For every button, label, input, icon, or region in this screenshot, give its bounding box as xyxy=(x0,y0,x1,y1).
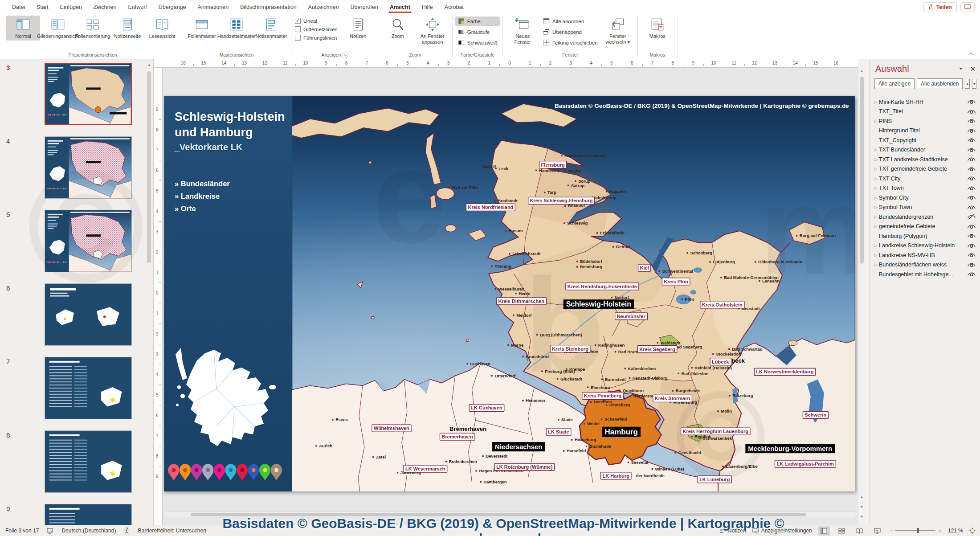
accessibility-status[interactable]: Barrierefreiheit: Untersuchen xyxy=(138,528,206,534)
vertical-scrollbar[interactable]: ▲ ▲ ▼ ▼ xyxy=(858,68,865,525)
slide-thumbnail-4[interactable] xyxy=(45,136,132,199)
slide-thumbnail-8[interactable] xyxy=(45,430,132,493)
ribbon-button-graustufe[interactable]: Graustufe xyxy=(455,27,500,37)
visibility-eye-off-icon[interactable] xyxy=(965,214,978,220)
scrollbar-thumb[interactable] xyxy=(860,77,864,264)
menu-tab-bildschirmpräsentation[interactable]: Bildschirmpräsentation xyxy=(234,0,302,14)
ribbon-button--berlappend[interactable]: Überlappend xyxy=(540,27,600,37)
expand-icon[interactable]: ▷ xyxy=(873,147,879,152)
ribbon-button-notizen[interactable]: Notizen xyxy=(341,16,375,41)
layer-item-txt-titel[interactable]: TXT_Titel xyxy=(873,107,978,117)
visibility-eye-icon[interactable] xyxy=(965,128,978,134)
menu-tab-hilfe[interactable]: Hilfe xyxy=(416,0,439,14)
scroll-down-icon[interactable]: ▼ xyxy=(859,513,865,520)
next-slide-button[interactable]: ▼ xyxy=(859,503,865,510)
menu-tab-überprüfen[interactable]: Überprüfen xyxy=(344,0,384,14)
move-up-icon[interactable]: ▲ xyxy=(965,79,969,89)
ribbon-button-leseansicht[interactable]: Leseansicht xyxy=(145,16,179,41)
menu-tab-ansicht[interactable]: Ansicht xyxy=(384,0,416,14)
expand-icon[interactable]: ▷ xyxy=(873,215,879,219)
slide-sorter-view-button[interactable] xyxy=(836,526,848,536)
layer-item-txt-bundesl-nder[interactable]: ▷TXT Bundesländer xyxy=(873,145,978,155)
menu-tab-start[interactable]: Start xyxy=(31,0,54,14)
ribbon-button-teilung-verschieben[interactable]: Teilung verschieben xyxy=(540,38,600,47)
ribbon-button-makros[interactable]: Makros xyxy=(641,16,674,41)
share-button[interactable]: Teilen xyxy=(923,2,957,12)
move-down-icon[interactable]: ▼ xyxy=(972,79,976,89)
expand-icon[interactable]: ▷ xyxy=(873,186,879,190)
visibility-eye-icon[interactable] xyxy=(965,233,978,239)
expand-icon[interactable]: ▷ xyxy=(873,100,879,104)
thumbnail-scrollbar[interactable]: ▲ xyxy=(146,61,152,523)
scroll-up-icon[interactable]: ▲ xyxy=(859,68,865,74)
visibility-eye-icon[interactable] xyxy=(965,262,978,268)
expand-icon[interactable]: ▷ xyxy=(873,253,879,258)
ribbon-button-schwarzwei-[interactable]: Schwarzweiß xyxy=(455,38,500,47)
slide-thumbnail-9[interactable] xyxy=(45,504,132,525)
ribbon-button-an-fenster-anpassen[interactable]: An Fenster anpassen xyxy=(416,16,449,46)
visibility-eye-icon[interactable] xyxy=(965,118,978,124)
visibility-eye-icon[interactable] xyxy=(965,185,978,191)
checkbox-führungslinien[interactable]: Führungslinien xyxy=(295,35,338,41)
slide-thumbnail-6[interactable] xyxy=(45,283,132,346)
scroll-up-icon[interactable]: ▲ xyxy=(146,61,152,69)
layer-item-bundesgebiet-mit-hoheitsge-[interactable]: Bundesgebiet mit Hoheitsge... xyxy=(873,270,978,279)
expand-icon[interactable]: ▷ xyxy=(873,119,879,123)
close-icon[interactable]: ✕ xyxy=(970,65,976,73)
layer-item-hamburg-polygon-[interactable]: Hamburg (Polygon) xyxy=(873,231,978,241)
display-settings[interactable]: Anzeigeeinstellungen xyxy=(752,528,812,534)
slide-thumbnail-3[interactable] xyxy=(45,63,132,125)
ribbon-button-notizenseite[interactable]: Notizenseite xyxy=(110,16,144,41)
menu-tab-aufzeichnen[interactable]: Aufzeichnen xyxy=(302,0,345,14)
slideshow-view-button[interactable] xyxy=(872,526,883,536)
slide-thumbnail-5[interactable] xyxy=(45,210,132,272)
menu-tab-acrobat[interactable]: Acrobat xyxy=(439,0,470,14)
collapse-ribbon-button[interactable] xyxy=(969,52,974,56)
ribbon-button-foliensortierung[interactable]: Foliensortierung xyxy=(76,16,110,41)
layer-item-txt-gemeindefreie-gebiete[interactable]: ▷TXT gemeindefreie Gebiete xyxy=(873,164,978,174)
reading-view-button[interactable] xyxy=(854,526,866,536)
layer-item-symbol-town[interactable]: ▷Symbol Town xyxy=(873,203,978,213)
layer-item-gemeindefreie-gebiete[interactable]: ▷gemeindefreie Gebiete xyxy=(873,222,978,232)
visibility-eye-icon[interactable] xyxy=(965,166,978,172)
zoom-slider-knob[interactable] xyxy=(917,528,919,533)
ribbon-button-gliederungsansicht[interactable]: Gliederungsansicht xyxy=(41,16,75,41)
visibility-eye-icon[interactable] xyxy=(965,176,978,181)
visibility-eye-icon[interactable] xyxy=(965,109,978,115)
scrollbar-thumb[interactable] xyxy=(191,513,806,516)
map-area[interactable]: e b © m NiebüllLeckWyk auf FöhrBredstedt… xyxy=(292,96,855,491)
layer-item-landkreise-schleswig-holstein[interactable]: ▷Landkreise Schleswig-Holstein xyxy=(873,241,978,251)
notes-toggle[interactable]: Notizen xyxy=(720,528,746,534)
layer-item-bundesl-nderfl-chen-weiss[interactable]: ▷Bundesländerflächen weiss xyxy=(873,260,978,270)
menu-tab-einfügen[interactable]: Einfügen xyxy=(54,0,88,14)
visibility-eye-icon[interactable] xyxy=(965,252,978,258)
horizontal-scrollbar[interactable] xyxy=(164,511,855,517)
ribbon-button-notizenmaster[interactable]: Notizenmaster xyxy=(254,16,288,41)
slide-indicator[interactable]: Folie 3 von 17 xyxy=(5,528,39,534)
expand-icon[interactable]: ▷ xyxy=(873,205,879,209)
visibility-eye-icon[interactable] xyxy=(965,156,978,162)
show-all-button[interactable]: Alle anzeigen xyxy=(874,78,915,89)
comments-button[interactable] xyxy=(960,2,975,12)
visibility-eye-icon[interactable] xyxy=(965,271,978,277)
previous-slide-button[interactable]: ▲ xyxy=(859,494,865,500)
checkbox-lineal[interactable]: ✓Lineal xyxy=(295,18,338,24)
expand-icon[interactable]: ▷ xyxy=(873,224,879,229)
expand-icon[interactable]: ▷ xyxy=(873,157,879,162)
layer-item-txt-city[interactable]: ▷TXT City xyxy=(873,174,978,184)
visibility-eye-icon[interactable] xyxy=(965,147,978,153)
ribbon-button-neues-fenster[interactable]: Neues Fenster xyxy=(506,16,539,46)
visibility-eye-icon[interactable] xyxy=(965,243,978,249)
pane-options-icon[interactable] xyxy=(959,68,963,70)
expand-icon[interactable]: ▷ xyxy=(873,243,879,248)
layer-item-txt-town[interactable]: ▷TXT Town xyxy=(873,184,978,193)
menu-tab-zeichnen[interactable]: Zeichnen xyxy=(88,0,122,14)
ribbon-button-handzettelmaster[interactable]: Handzettelmaster xyxy=(220,16,253,41)
menu-tab-datei[interactable]: Datei xyxy=(6,0,31,14)
visibility-eye-icon[interactable] xyxy=(965,205,978,210)
zoom-level[interactable]: 121 % xyxy=(948,528,963,534)
menu-tab-animationen[interactable]: Animationen xyxy=(192,0,235,14)
dialog-launcher-icon[interactable]: ↘ xyxy=(343,53,347,57)
layer-item-txt-landkreise-stadtkreise[interactable]: ▷TXT Landkreise-Stadtkreise xyxy=(873,155,978,164)
layer-item-mini-karte-sh-hh[interactable]: ▷Mini-Karte SH-HH xyxy=(873,97,978,107)
